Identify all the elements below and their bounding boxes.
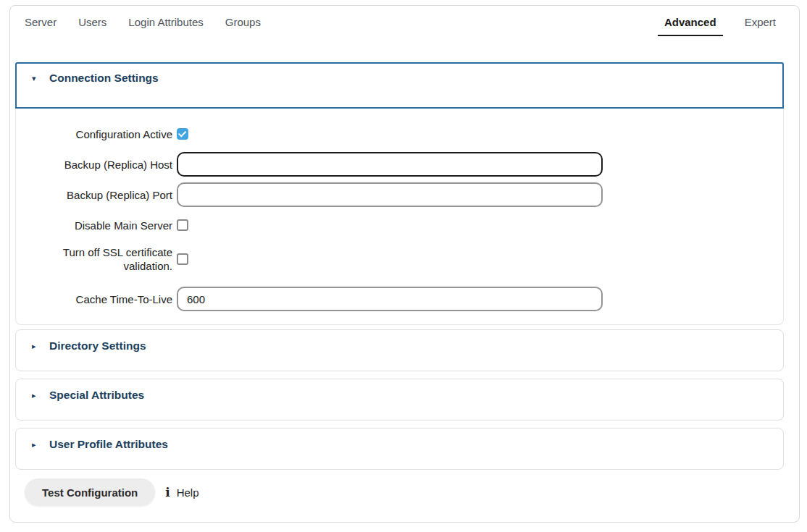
- tab-server[interactable]: Server: [25, 16, 57, 35]
- field-row-backup-port: Backup (Replica) Port: [16, 182, 772, 207]
- backup-port-label: Backup (Replica) Port: [16, 188, 177, 202]
- info-icon: i: [165, 486, 170, 498]
- section-header-special-attributes[interactable]: ▸ Special Attributes: [15, 379, 784, 421]
- backup-host-input[interactable]: [177, 152, 603, 177]
- disable-main-server-label: Disable Main Server: [16, 219, 177, 232]
- field-row-disable-main-server: Disable Main Server: [16, 213, 772, 237]
- tab-group-left: Server Users Login Attributes Groups: [25, 16, 261, 35]
- footer: Test Configuration i Help: [25, 478, 795, 506]
- help-link[interactable]: i Help: [165, 486, 198, 499]
- section-title: Directory Settings: [49, 339, 146, 352]
- chevron-down-icon: ▾: [32, 72, 41, 85]
- tab-login-attributes[interactable]: Login Attributes: [128, 16, 203, 35]
- tab-expert[interactable]: Expert: [745, 16, 776, 35]
- section-title: User Profile Attributes: [49, 438, 168, 451]
- section-title: Special Attributes: [49, 389, 144, 402]
- field-row-ssl-validation: Turn off SSL certificate validation.: [16, 243, 772, 275]
- tab-users[interactable]: Users: [78, 16, 106, 35]
- cache-ttl-input[interactable]: [177, 287, 603, 311]
- field-row-cache-ttl: Cache Time-To-Live: [16, 287, 772, 311]
- backup-host-label: Backup (Replica) Host: [16, 158, 177, 172]
- cache-ttl-label: Cache Time-To-Live: [16, 292, 177, 306]
- connection-settings-body: Configuration Active Backup (Replica) Ho…: [15, 109, 784, 325]
- ldap-settings-panel: Server Users Login Attributes Groups Adv…: [9, 5, 800, 523]
- configuration-active-label: Configuration Active: [16, 127, 177, 141]
- ssl-validation-checkbox[interactable]: [177, 253, 188, 265]
- disable-main-server-checkbox[interactable]: [177, 219, 188, 231]
- ssl-validation-label: Turn off SSL certificate validation.: [39, 245, 177, 273]
- chevron-right-icon: ▸: [32, 339, 41, 352]
- chevron-right-icon: ▸: [32, 438, 41, 451]
- section-header-directory-settings[interactable]: ▸ Directory Settings: [15, 329, 784, 371]
- field-row-configuration-active: Configuration Active: [16, 122, 772, 146]
- backup-port-input[interactable]: [177, 182, 603, 207]
- test-configuration-button[interactable]: Test Configuration: [25, 478, 155, 506]
- tab-bar: Server Users Login Attributes Groups Adv…: [14, 14, 795, 36]
- tab-group-right: Advanced Expert: [658, 16, 776, 36]
- section-header-connection-settings[interactable]: ▾ Connection Settings: [15, 62, 784, 109]
- help-label: Help: [177, 486, 199, 499]
- tab-groups[interactable]: Groups: [225, 16, 261, 35]
- accordion: ▾ Connection Settings Configuration Acti…: [15, 62, 784, 470]
- chevron-right-icon: ▸: [32, 389, 41, 402]
- section-header-user-profile-attributes[interactable]: ▸ User Profile Attributes: [15, 428, 784, 470]
- field-row-backup-host: Backup (Replica) Host: [16, 152, 772, 177]
- section-title: Connection Settings: [49, 72, 159, 85]
- configuration-active-checkbox[interactable]: [177, 128, 188, 140]
- tab-advanced[interactable]: Advanced: [658, 16, 723, 36]
